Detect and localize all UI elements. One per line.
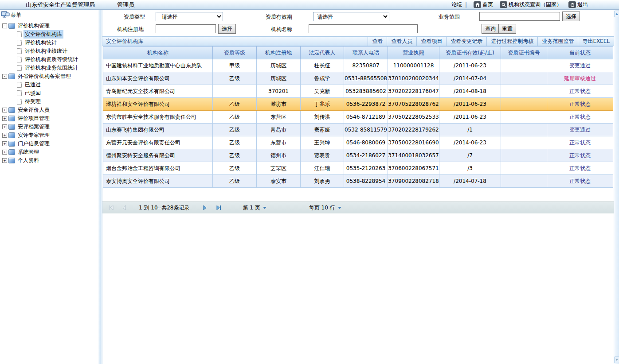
col-reg-place: 机构注册地: [257, 46, 301, 59]
cell-grade: 乙级: [213, 72, 257, 85]
folder-icon: [8, 132, 15, 138]
scroll-up-icon[interactable]: [614, 11, 619, 17]
collapse-icon[interactable]: -: [2, 23, 7, 28]
cell-grade: 乙级: [213, 98, 257, 111]
org-name-input[interactable]: [309, 24, 418, 33]
cell-cert-no: [501, 72, 547, 85]
cell-cert-no: [501, 175, 547, 188]
sidebar-group-profile[interactable]: + 个人资料: [0, 156, 98, 165]
main-panel: 资质类型 --请选择-- 资质有效期 -请选择- 业务范围 选择 机构注册地 选…: [102, 10, 614, 364]
prev-page-icon[interactable]: [122, 205, 126, 210]
expand-icon[interactable]: +: [2, 108, 7, 112]
business-scope-input[interactable]: [479, 12, 560, 21]
sidebar-item-rejected[interactable]: 已驳回: [0, 89, 98, 97]
cell-phone: 0532-85811579: [344, 124, 388, 136]
table-row[interactable]: 烟台金邦冶金工程咨询有限公司 乙级 芝罘区 江仁瑞 0535-2120263 3…: [103, 162, 613, 175]
sidebar-item-org-grade-stats[interactable]: 评价机构资质等级统计: [0, 55, 98, 64]
table-row[interactable]: 山东知本安全评价有限公司 乙级 历城区 鲁成学 0531-88565508 37…: [103, 72, 613, 85]
org-status-query-link[interactable]: 机构状态查询（国家）: [509, 1, 562, 8]
sidebar-item-org-performance-stats[interactable]: 评价机构业绩统计: [0, 47, 98, 55]
sidebar-group-archive-mgmt[interactable]: + 安评档案管理: [0, 123, 98, 131]
forum-link[interactable]: 论坛: [451, 1, 462, 8]
cell-cert-no: [501, 59, 547, 72]
cell-cert-validity: /2014-06-23: [439, 136, 501, 149]
sidebar-group-system-mgmt[interactable]: + 系统管理: [0, 148, 98, 156]
reset-button[interactable]: 重置: [498, 24, 516, 34]
chevron-down-icon: [338, 207, 341, 209]
logout-icon[interactable]: [568, 1, 576, 8]
cell-reg-place: 东营市: [257, 136, 301, 149]
page-number-dropdown[interactable]: 第 1 页: [243, 204, 266, 212]
cell-cert-no: [501, 124, 547, 136]
business-scope-select-button[interactable]: 选择: [562, 12, 580, 21]
table-row[interactable]: 中国建筑材料工业地质勘查中心山东总队 甲级 历城区 杜长征 82350807 1…: [103, 59, 613, 72]
registration-place-select-button[interactable]: 选择: [218, 24, 236, 34]
table-row[interactable]: 山东赛飞特集团有限公司 乙级 青岛市 窦苏娅 0532-85811579 370…: [103, 124, 613, 136]
scroll-down-icon[interactable]: [614, 356, 619, 363]
page-icon: [17, 48, 22, 54]
cell-license: 370500228016690: [388, 136, 439, 149]
expand-icon[interactable]: +: [2, 158, 7, 163]
vertical-scrollbar[interactable]: [614, 10, 619, 364]
sidebar-group-org-mgmt[interactable]: - 评价机构管理: [0, 22, 98, 30]
sidebar-item-org-library[interactable]: 安全评价机构库: [0, 30, 98, 39]
table-row[interactable]: 泰安博奥安全评价有限公司 乙级 泰安市 刘承勇 0538-8228954 370…: [103, 175, 613, 188]
cell-phone: 0534-2186027: [344, 149, 388, 162]
view-projects-button[interactable]: 查看项目: [416, 37, 446, 46]
expand-icon[interactable]: +: [2, 150, 7, 155]
cell-status: 正常状态: [547, 98, 613, 111]
cell-grade: 甲级: [213, 59, 257, 72]
cell-grade: [213, 85, 257, 98]
sidebar-item-org-scope-stats[interactable]: 评价机构业务范围统计: [0, 64, 98, 72]
cell-grade: 乙级: [213, 124, 257, 136]
table-row[interactable]: 德州聚安特安全服务有限公司 乙级 德州市 贾表贵 0534-2186027 37…: [103, 149, 613, 162]
cell-reg-place: 德州市: [257, 149, 301, 162]
view-personnel-button[interactable]: 查看人员: [387, 37, 416, 46]
scope-supervision-button[interactable]: 业务范围监管: [537, 37, 578, 46]
table-row[interactable]: 东营开元安全评价有限责任公司 乙级 东营市 王兴坤 0546-8080069 3…: [103, 136, 613, 149]
registration-place-input[interactable]: [156, 24, 216, 33]
sidebar-group-portal-info[interactable]: + 门户信息管理: [0, 139, 98, 148]
sidebar-splitter[interactable]: [98, 10, 102, 364]
home-link[interactable]: 首页: [482, 1, 493, 8]
table-row[interactable]: 青岛新纪元安全技术有限公司 370201 吴克新 053283885602 37…: [103, 85, 613, 98]
cell-status: 正常状态: [547, 136, 613, 149]
expand-icon[interactable]: +: [2, 116, 7, 121]
computer-icon: [1, 11, 10, 19]
table-row[interactable]: 东营市胜丰安全技术服务有限责任公司 乙级 东营区 刘传洪 0546-871218…: [103, 111, 613, 124]
cell-org-name: 烟台金邦冶金工程咨询有限公司: [103, 162, 213, 175]
cell-license: 370202228179262: [388, 124, 439, 136]
process-control-assessment-button[interactable]: 进行过程控制考核: [486, 37, 537, 46]
cell-phone: 0535-2120263: [344, 162, 388, 175]
logout-link[interactable]: 退出: [577, 1, 588, 8]
sidebar-group-expert-mgmt[interactable]: + 安评专家管理: [0, 131, 98, 139]
last-page-icon[interactable]: [216, 205, 221, 210]
page-size-dropdown[interactable]: 每页 10 行: [309, 204, 341, 212]
sidebar-group-evaluators[interactable]: + 安全评价人员: [0, 106, 98, 114]
qualification-type-select[interactable]: --请选择--: [156, 12, 223, 21]
expand-icon[interactable]: +: [2, 141, 7, 146]
search-button[interactable]: 查询: [482, 24, 499, 34]
sidebar-item-pending[interactable]: 待受理: [0, 97, 98, 106]
cell-cert-validity: /2011-06-23: [439, 59, 501, 72]
expand-icon[interactable]: +: [2, 124, 7, 129]
next-page-icon[interactable]: [203, 205, 207, 210]
expand-icon[interactable]: +: [2, 133, 7, 138]
view-change-log-button[interactable]: 查看变更记录: [446, 37, 486, 46]
cell-status: 变更通过: [547, 124, 613, 136]
table-row-selected[interactable]: 潍坊祥和安全评价有限公司 乙级 潍坊市 丁兆乐 0536-2293872 370…: [103, 98, 613, 111]
sidebar-group-external-org[interactable]: - 外省评价机构备案管理: [0, 72, 98, 81]
validity-select[interactable]: -请选择-: [313, 12, 389, 21]
cell-cert-validity: /3: [439, 162, 501, 175]
cell-legal-rep: 江仁瑞: [301, 162, 344, 175]
sidebar-item-approved[interactable]: 已通过: [0, 81, 98, 89]
home-icon[interactable]: [474, 1, 481, 8]
first-page-icon[interactable]: [109, 205, 114, 210]
search-icon[interactable]: [500, 1, 507, 8]
collapse-icon[interactable]: -: [2, 74, 7, 79]
sidebar-item-org-stats[interactable]: 评价机构统计: [0, 39, 98, 47]
export-excel-button[interactable]: 导出EXCEL: [578, 37, 614, 46]
folder-icon: [8, 149, 15, 155]
sidebar-group-project-mgmt[interactable]: + 评价项目管理: [0, 114, 98, 123]
view-button[interactable]: 查看: [368, 37, 387, 46]
